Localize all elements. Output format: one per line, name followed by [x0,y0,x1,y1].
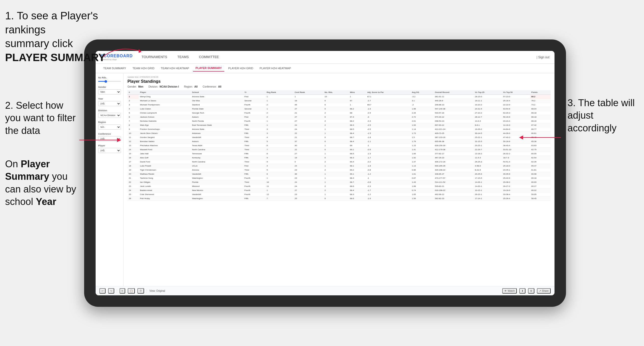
cell-reg-rank: 8 [265,152,293,156]
subnav-team-summary[interactable]: TEAM SUMMARY [101,65,129,71]
table-row: 18 Luke Powell UCLA First 4 24 1 68.1 -1… [127,164,551,168]
cell-wins: 69.1 [349,148,366,152]
cell-school: Tennessee [191,152,243,156]
cell-points: 63.83 [530,144,551,148]
table-row: 19 Tiger Christensen Arizona Third 5 23 … [127,168,551,172]
cell-conf-rank: 1 [293,95,323,99]
settings-button[interactable]: ⚙ [528,288,534,294]
cell-points: 68.16 [530,119,551,123]
nav-tab-teams[interactable]: TEAMS [176,51,190,64]
slider-thumb[interactable] [105,80,107,83]
col-vs-top25: Vs Top 25 [474,90,502,95]
sidebar-region: Region N/A [98,121,121,130]
cell-wins: 68.5 [349,152,366,156]
cell-conf-rank: 0 [293,160,323,164]
cell-no-rds: 0 [323,115,349,119]
cell-player: Michael Le Sasso [139,99,191,103]
cell-yr: Third [243,180,265,184]
cell-avg-sg: 1.56 [410,197,434,201]
cell-rank: 15 [127,152,139,156]
cell-conf-rank: 23 [293,168,323,172]
cell-player: David Ford [139,160,191,164]
filter-division: Division: NCAA Division I [148,85,179,88]
cell-points: 88.2 [530,95,551,99]
share-button[interactable]: ↗ Share [537,288,551,294]
subnav-player-summary[interactable]: PLAYER SUMMARY [193,65,224,72]
filter-gender: Gender: Men [127,85,143,88]
cell-no-rds: 0 [323,103,349,107]
cell-school: Kentucky [191,156,243,160]
arrow-right [510,132,569,143]
slider-container [98,80,121,83]
cell-overall: 616-168-22 [434,188,474,192]
nav-tab-committee[interactable]: COMMITTEE [198,51,220,64]
region-select[interactable]: N/A [98,124,121,130]
cell-vs50: 53-51-10 [502,148,530,152]
subnav-team-h2h-grid[interactable]: TEAM H2H GRID [130,65,157,71]
cell-yr: First [243,115,265,119]
cell-avg-sg: 1.61 [410,172,434,176]
cell-no-rds: 1 [323,144,349,148]
cell-points: 62.54 [530,156,551,160]
table-row: 4 Luke Claton Florida State Second 1 27 … [127,107,551,111]
sign-out-link[interactable]: | Sign out [537,56,549,59]
cell-conf-rank: 21 [293,135,323,140]
cell-yr: Fourth [243,176,265,180]
tablet-frame: SCOREBOARD Powered by clippi TOURNAMENTS… [84,39,566,307]
view-label: View: Original [149,289,165,292]
year-select[interactable]: (All) [98,101,121,106]
cell-avg-sg: 1.5 [410,135,434,140]
cell-overall: 387-133-16 [434,135,474,140]
cell-rank: 14 [127,148,139,152]
cell-yr: Second [243,107,265,111]
division-select[interactable]: NCAA Division I [98,113,121,118]
cell-no-rds: 2 [323,160,349,164]
cell-no-rds: 0 [323,140,349,144]
cell-wins: 1 [349,95,366,99]
cell-overall: 605-96-38 [434,140,474,144]
cell-adj-score: -1.8 [366,164,411,168]
cell-conf-rank: 24 [293,164,323,168]
cell-record: 8-6-1 [474,123,502,127]
cell-record: 27-10-2 [474,111,502,115]
subnav-player-h2h-heatmap[interactable]: PLAYER H2H HEATMAP [257,65,293,71]
table-row: 14 Maxwell Ford North Carolina Third 7 2… [127,148,551,152]
subnav-team-h2h-heatmap[interactable]: TEAM H2H HEATMAP [158,65,192,71]
cell-record: 20-25-1 [474,144,502,148]
sidebar-player: Player (All) [98,144,121,153]
cell-reg-rank: 8 [265,172,293,176]
clock-button[interactable]: ⏱ [137,288,144,294]
copy-button[interactable]: ⎘ [120,288,125,294]
gender-select[interactable]: Men [98,89,121,94]
cell-vs50: 18-7-3 [502,156,530,160]
cell-player: Luke Claton [139,107,191,111]
slider-track[interactable] [98,81,121,82]
cell-adj-score: -1.5 [366,131,411,135]
cell-yr: Fifth [243,197,265,201]
redo-button[interactable]: ↪ [108,288,114,294]
player-select[interactable]: (All) [98,148,121,153]
paste-button[interactable]: 📋 [128,288,135,294]
cell-overall: 412-221-24 [434,127,474,131]
export-button[interactable]: ⬇ [519,288,525,294]
cell-no-rds: 0 [323,99,349,103]
cell-avg-sg: 1.47 [410,160,434,164]
cell-wins: 68.4 [349,140,366,144]
cell-reg-rank: 9 [265,160,293,164]
watch-button[interactable]: 👁 Watch [502,288,517,294]
cell-avg-sg: 1.93 [410,123,434,127]
cell-overall: 500-155-35 [434,164,474,168]
cell-points: 78.2 [530,99,551,103]
undo-button[interactable]: ↩ [99,288,106,294]
cell-yr: Fourth [243,188,265,192]
cell-overall: 562-82-23 [434,197,474,201]
col-adj-score: Adj. Score to Par [366,90,411,95]
cell-overall: 674-33-12 [434,115,474,119]
cell-rank: 8 [127,123,139,127]
cell-rank: 24 [127,188,139,192]
cell-record: 8-21-5 [474,168,502,172]
cell-wins: 68.1 [349,164,366,168]
cell-reg-rank: 9 [265,156,293,160]
subnav-player-h2h-grid[interactable]: PLAYER H2H GRID [226,65,256,71]
cell-overall: 429-198-22 [434,168,474,172]
